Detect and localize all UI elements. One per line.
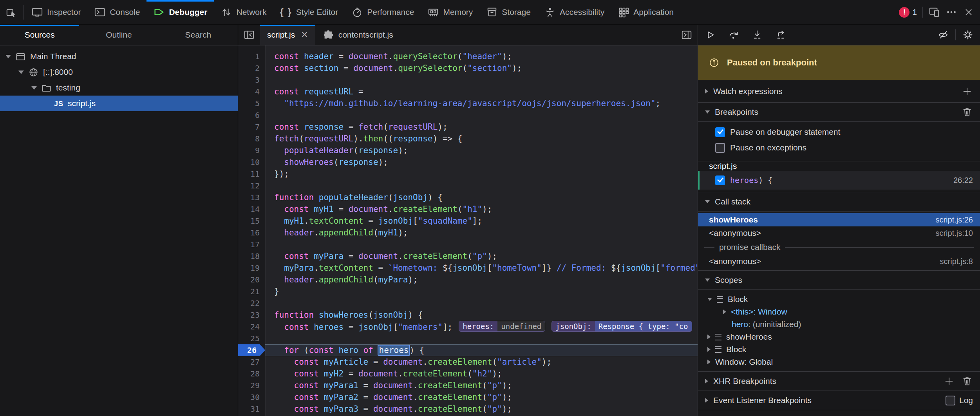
line-number[interactable]: 5 [238, 98, 265, 109]
call-stack-frame[interactable]: showHeroesscript.js:26 [698, 213, 980, 226]
code-line[interactable]: 19 myPara.textContent = `Hometown: ${jso… [238, 262, 698, 274]
close-devtools-button[interactable] [963, 6, 975, 18]
inline-variable-preview[interactable]: jsonObj:Response { type: "co [551, 321, 692, 332]
code-line[interactable]: 28 const myH2 = document.createElement("… [238, 368, 698, 380]
line-number[interactable]: 22 [238, 297, 265, 309]
step-over-button[interactable] [728, 29, 740, 41]
code-line[interactable]: 12 [238, 180, 698, 192]
close-tab-icon[interactable]: ✕ [301, 30, 308, 40]
scope-row[interactable]: Window: Global [698, 356, 980, 368]
tab-search[interactable]: Search [159, 25, 238, 45]
code-line[interactable]: 2const section = document.querySelector(… [238, 62, 698, 74]
code-line[interactable]: 9 populateHeader(response); [238, 145, 698, 156]
blackbox-source-button[interactable] [937, 29, 949, 41]
add-xhr-breakpoint-button[interactable] [943, 375, 955, 387]
line-number[interactable]: 20 [238, 274, 265, 286]
code-line[interactable]: 22 [238, 297, 698, 309]
breakpoint-source-label[interactable]: script.js [698, 161, 980, 171]
resume-button[interactable] [704, 29, 716, 41]
line-number[interactable]: 17 [238, 239, 265, 250]
toolbar-tab-storage[interactable]: Storage [479, 0, 537, 24]
line-number[interactable]: 25 [238, 333, 265, 344]
tree-item-testing[interactable]: testing [0, 80, 238, 96]
editor-tab-contentscriptjs[interactable]: contentscript.js [315, 25, 400, 45]
breakpoint-entry[interactable]: heroes) {26:22 [698, 171, 980, 190]
code-line[interactable]: 14 const myH1 = document.createElement("… [238, 203, 698, 215]
checkbox-checked[interactable] [715, 127, 725, 137]
tab-outline[interactable]: Outline [79, 25, 158, 45]
code-line[interactable]: 13function populateHeader(jsonObj) { [238, 192, 698, 203]
chevron-right-icon[interactable] [707, 335, 711, 339]
line-number[interactable]: 3 [238, 74, 265, 86]
line-number[interactable]: 6 [238, 109, 265, 121]
line-number[interactable]: 19 [238, 262, 265, 274]
code-line[interactable]: 27 const myArticle = document.createElem… [238, 356, 698, 368]
code-line[interactable]: 11}); [238, 168, 698, 180]
chevron-down-icon[interactable] [707, 298, 712, 301]
code-line[interactable]: 26 for (const hero of heroes) { [238, 344, 698, 356]
step-out-button[interactable] [775, 29, 787, 41]
line-number[interactable]: 12 [238, 180, 265, 192]
editor-tab-scriptjs[interactable]: script.js ✕ [260, 25, 315, 45]
line-number[interactable]: 11 [238, 168, 265, 180]
call-stack-header[interactable]: Call stack [698, 192, 980, 212]
scopes-header[interactable]: Scopes [698, 270, 980, 290]
scope-row[interactable]: <this>: Window [698, 306, 980, 318]
remove-all-breakpoints-button[interactable] [961, 106, 973, 118]
responsive-design-mode-button[interactable] [928, 6, 940, 18]
line-number[interactable]: 2 [238, 62, 265, 74]
expand-panes-button[interactable] [676, 25, 698, 45]
code-line[interactable]: 6 [238, 109, 698, 121]
scope-row[interactable]: Block [698, 343, 980, 356]
scope-row[interactable]: hero: (uninitialized) [698, 318, 980, 331]
code-line[interactable]: 31 const myPara3 = document.createElemen… [238, 403, 698, 415]
dom-mutation-breakpoints-header[interactable]: DOM Mutation Breakpoints [698, 410, 980, 416]
toolbar-tab-debugger[interactable]: Debugger [146, 0, 214, 24]
line-number[interactable]: 16 [238, 227, 265, 239]
breakpoint-option[interactable]: Pause on debugger statement [698, 124, 980, 140]
line-number[interactable]: 1 [238, 51, 265, 62]
debugger-settings-button[interactable] [962, 29, 974, 41]
chevron-right-icon[interactable] [723, 309, 726, 314]
breakpoint-checkbox[interactable] [715, 175, 725, 185]
line-number[interactable]: 13 [238, 192, 265, 203]
code-line[interactable]: 18 const myPara = document.createElement… [238, 250, 698, 262]
toolbar-tab-console[interactable]: Console [87, 0, 146, 24]
code-line[interactable]: 24 const heroes = jsonObj["members"];her… [238, 321, 698, 333]
error-count-badge[interactable]: ! 1 [899, 7, 917, 18]
line-number[interactable]: 21 [238, 286, 265, 297]
code-line[interactable]: 20 header.appendChild(myPara); [238, 274, 698, 286]
line-number[interactable]: 31 [238, 403, 265, 415]
line-number[interactable]: 9 [238, 145, 265, 156]
remove-all-xhr-breakpoints-button[interactable] [961, 375, 973, 387]
toolbar-tab-memory[interactable]: Memory [421, 0, 479, 24]
tree-item--8000[interactable]: [::]:8000 [0, 64, 238, 80]
code-line[interactable]: 4const requestURL = [238, 86, 698, 98]
line-number[interactable]: 4 [238, 86, 265, 98]
collapse-sidebar-button[interactable] [238, 25, 260, 45]
breakpoint-option[interactable]: Pause on exceptions [698, 140, 980, 156]
call-stack-frame[interactable]: <anonymous>script.js:8 [698, 255, 980, 268]
line-number[interactable]: 30 [238, 391, 265, 403]
devtools-menu-button[interactable] [946, 6, 957, 18]
event-listener-breakpoints-header[interactable]: Event Listener Breakpoints Log [698, 391, 980, 410]
code-line[interactable]: 30 const myPara2 = document.createElemen… [238, 391, 698, 403]
line-number[interactable]: 10 [238, 156, 265, 168]
line-number[interactable]: 7 [238, 121, 265, 133]
code-line[interactable]: 10 showHeroes(response); [238, 156, 698, 168]
step-in-button[interactable] [751, 29, 763, 41]
code-line[interactable]: 8fetch(requestURL).then((response) => { [238, 133, 698, 145]
code-line[interactable]: 7const response = fetch(requestURL); [238, 121, 698, 133]
toolbar-tab-inspector[interactable]: Inspector [25, 0, 87, 24]
scope-row[interactable]: Block [698, 293, 980, 306]
line-number[interactable]: 23 [238, 309, 265, 321]
code-line[interactable]: 15 myH1.textContent = jsonObj["squadName… [238, 215, 698, 227]
code-area[interactable]: 1const header = document.querySelector("… [238, 45, 698, 415]
toolbar-tab-style-editor[interactable]: { }Style Editor [273, 0, 345, 24]
code-line[interactable]: 16 header.appendChild(myH1); [238, 227, 698, 239]
call-stack-frame[interactable]: <anonymous>script.js:10 [698, 226, 980, 240]
watch-expressions-header[interactable]: Watch expressions [698, 80, 980, 102]
chevron-down-icon[interactable] [18, 71, 24, 74]
code-line[interactable]: 23function showHeroes(jsonObj) { [238, 309, 698, 321]
toolbar-tab-performance[interactable]: Performance [345, 0, 421, 24]
